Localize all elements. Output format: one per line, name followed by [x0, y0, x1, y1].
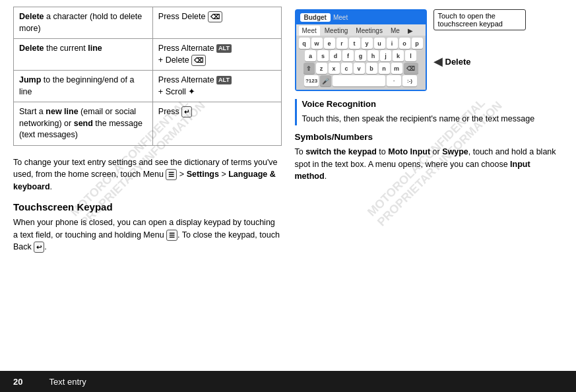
table-cell-action: Delete a character (hold to delete more) [14, 7, 153, 39]
table-cell-action: Start a new line (email or social networ… [14, 102, 153, 146]
symbols-paragraph: To switch the keypad to Moto Input or Sw… [295, 146, 563, 183]
tab-meetings[interactable]: Meetings [352, 26, 386, 36]
menu-icon: ☰ [166, 169, 177, 180]
key-w[interactable]: w [311, 38, 323, 49]
key-s[interactable]: s [317, 50, 329, 61]
table-row: Delete a character (hold to delete more)… [14, 7, 282, 39]
budget-tab: Budget [300, 13, 331, 22]
key-y[interactable]: y [362, 38, 373, 49]
key-h[interactable]: h [368, 50, 379, 61]
table-cell-instruction: Press Alternate ALT + Scroll ✦ [152, 71, 281, 102]
kb-row-4: ?123 🎤 · :-) [298, 75, 424, 86]
key-i[interactable]: i [387, 38, 398, 49]
to-text2: to [377, 147, 388, 156]
alt-badge: ALT [216, 44, 232, 53]
keypad-image: Budget Meet Meet Meeting Meetings Me ▶ [295, 9, 427, 91]
touch-to-open-annotation: Touch to open the touchscreen keypad [433, 9, 526, 30]
back-icon: ↩ [34, 242, 44, 253]
table-cell-instruction: Press ↵ [152, 102, 281, 146]
key-e[interactable]: e [324, 38, 335, 49]
key-o[interactable]: o [399, 38, 410, 49]
keypad-area: Budget Meet Meet Meeting Meetings Me ▶ [295, 9, 563, 91]
tab-row: Meet Meeting Meetings Me ▶ [296, 24, 426, 36]
key-z[interactable]: z [316, 63, 327, 74]
keypad-paragraph: When your phone is closed, you can open … [13, 216, 282, 253]
key-shift[interactable]: ⇧ [304, 63, 315, 74]
keypad-search-bar: Budget Meet [296, 11, 426, 24]
table-cell-instruction: Press Delete ⌫ [152, 7, 281, 39]
key-period[interactable]: · [387, 75, 401, 86]
footer-page-number: 20 [13, 377, 22, 387]
key-microphone[interactable]: 🎤 [320, 75, 331, 86]
key-smiley[interactable]: :-) [402, 75, 417, 86]
voice-recognition-text: Touch this, then speak the recipient's n… [302, 113, 563, 125]
key-f[interactable]: f [342, 50, 354, 61]
keyboard-rows: q w e r t y u i o p a [296, 36, 426, 90]
page-container: Delete a character (hold to delete more)… [0, 0, 576, 392]
voice-recognition-title: Voice Recognition [302, 99, 563, 109]
to-text: To [295, 147, 306, 156]
settings-paragraph: To change your text entry settings and s… [13, 156, 282, 193]
action-send: send [74, 119, 93, 128]
tab-meet[interactable]: Meet [299, 26, 320, 36]
delete-annotation: ◀ Delete [433, 54, 526, 69]
key-t[interactable]: t [349, 38, 360, 49]
alt-badge: ALT [216, 76, 232, 84]
menu-icon2: ☰ [166, 230, 177, 241]
content-area: Delete a character (hold to delete more)… [0, 0, 576, 371]
key-l[interactable]: l [405, 50, 416, 61]
table-row: Delete the current line Press Alternate … [14, 39, 282, 71]
key-c[interactable]: c [341, 63, 352, 74]
settings-period: . [50, 182, 52, 191]
key-b[interactable]: b [366, 63, 377, 74]
key-x[interactable]: x [329, 63, 340, 74]
swype-text: Swype [442, 147, 468, 156]
touch-open-callout: Touch to open the touchscreen keypad [433, 9, 526, 30]
enter-key-icon: ↵ [181, 106, 192, 117]
kb-row-2: a s d f g h j k l [298, 50, 424, 61]
left-arrow-icon: ◀ [433, 54, 443, 69]
key-symbol[interactable]: ?123 [304, 75, 319, 86]
key-v[interactable]: v [354, 63, 365, 74]
meet-tab-inactive: Meet [333, 14, 348, 21]
symbols-period: . [325, 172, 327, 181]
action-label-line: line [88, 44, 102, 53]
touch-open-text: Touch to open the touchscreen keypad [438, 12, 503, 28]
key-u[interactable]: u [374, 38, 385, 49]
table-row: Jump to the beginning/end of a line Pres… [14, 71, 282, 102]
left-column: Delete a character (hold to delete more)… [13, 7, 282, 364]
key-r[interactable]: r [336, 38, 348, 49]
key-q[interactable]: q [299, 38, 310, 49]
key-d[interactable]: d [330, 50, 341, 61]
key-backspace[interactable]: ⌫ [404, 63, 418, 74]
key-m[interactable]: m [391, 63, 402, 74]
settings-path: Settings [187, 170, 219, 179]
footer-section-label: Text entry [49, 377, 86, 387]
right-column: Budget Meet Meet Meeting Meetings Me ▶ [295, 7, 563, 364]
settings-text3: > [219, 170, 228, 179]
kb-row-3: ⇧ z x c v b n m ⌫ [298, 63, 424, 74]
key-a[interactable]: a [305, 50, 316, 61]
touchscreen-keypad-heading: Touchscreen Keypad [13, 201, 282, 212]
key-space[interactable] [333, 75, 385, 86]
symbols-numbers-heading: Symbols/Numbers [295, 132, 563, 142]
keypad-period: . [44, 242, 46, 251]
action-label: new line [46, 107, 78, 116]
tab-meeting[interactable]: Meeting [321, 26, 352, 36]
key-p[interactable]: p [412, 38, 423, 49]
tab-me[interactable]: Me [387, 26, 403, 36]
key-k[interactable]: k [393, 50, 404, 61]
annotations-area: Touch to open the touchscreen keypad ◀ D… [433, 9, 526, 91]
action-label: Delete [19, 12, 44, 21]
or-text: or [430, 147, 442, 156]
tab-arrow[interactable]: ▶ [404, 26, 416, 36]
moto-input: Moto Input [388, 147, 430, 156]
key-j[interactable]: j [380, 50, 391, 61]
settings-text2: > [177, 170, 186, 179]
kb-row-1: q w e r t y u i o p [298, 38, 424, 49]
delete-label: Delete [445, 57, 471, 67]
table-cell-action: Jump to the beginning/end of a line [14, 71, 153, 102]
key-n[interactable]: n [379, 63, 390, 74]
action-label: Jump [19, 75, 41, 84]
key-g[interactable]: g [355, 50, 366, 61]
